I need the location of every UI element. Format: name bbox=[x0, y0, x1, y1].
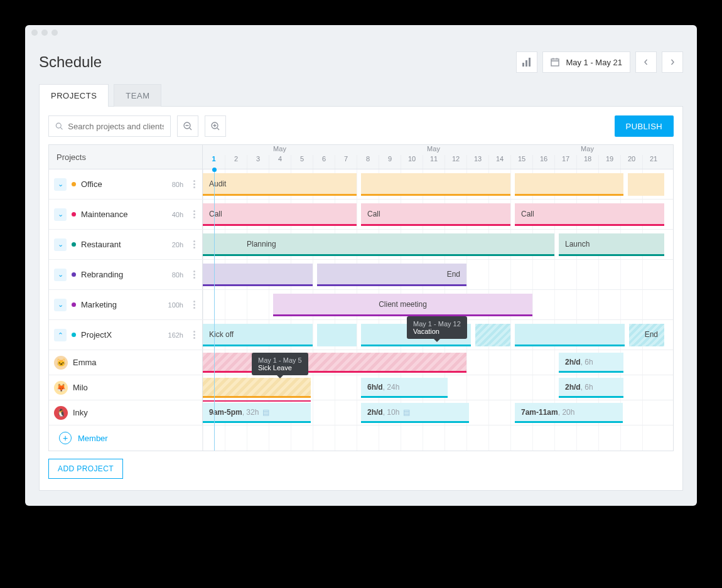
avatar: 🐱 bbox=[54, 356, 68, 370]
drag-handle[interactable] bbox=[191, 301, 197, 309]
day-header-cell: 19 bbox=[598, 155, 620, 169]
task-bar-call-2[interactable]: Call bbox=[361, 203, 510, 226]
day-header-cell: 4 bbox=[269, 155, 291, 169]
task-bar[interactable] bbox=[475, 324, 510, 346]
svg-rect-1 bbox=[525, 60, 527, 67]
project-name: Marketing bbox=[81, 300, 117, 309]
day-header-cell: 13 bbox=[466, 155, 488, 169]
publish-button[interactable]: PUBLISH bbox=[615, 115, 674, 137]
day-header-cell: 15 bbox=[510, 155, 532, 169]
drag-handle[interactable] bbox=[191, 331, 197, 339]
tooltip-vacation: May 1 - May 12 Vacation bbox=[407, 316, 467, 339]
project-name: Restaurant bbox=[81, 240, 121, 249]
task-bar-call-3[interactable]: Call bbox=[515, 203, 664, 226]
task-bar-planning[interactable]: Planning bbox=[203, 233, 554, 256]
task-bar-rebrand-end[interactable]: End bbox=[317, 264, 466, 286]
day-header-cell: 9 bbox=[379, 155, 401, 169]
zoom-in-icon bbox=[210, 121, 220, 131]
assignment-bar[interactable]: 2h/d, 10h▤ bbox=[361, 403, 469, 423]
member-name: Inky bbox=[73, 408, 88, 417]
day-header-cell: 6 bbox=[313, 155, 335, 169]
month-label: May bbox=[510, 145, 664, 155]
svg-line-15 bbox=[217, 128, 219, 130]
assignment-bar[interactable]: 2h/d, 6h bbox=[559, 353, 623, 373]
next-range-button[interactable] bbox=[662, 51, 683, 73]
date-range-picker[interactable]: May 1 - May 21 bbox=[542, 51, 630, 73]
collapse-toggle[interactable]: ⌄ bbox=[54, 329, 67, 341]
expand-toggle[interactable]: ⌄ bbox=[54, 208, 67, 221]
task-bar[interactable] bbox=[361, 173, 510, 196]
assignment-bar[interactable] bbox=[203, 353, 466, 373]
project-hours: 40h bbox=[172, 211, 183, 218]
tooltip-sick-leave: May 1 - May 5 Sick Leave bbox=[252, 353, 308, 375]
date-range-label: May 1 - May 21 bbox=[566, 58, 622, 67]
assignment-bar[interactable]: 6h/d, 24h bbox=[361, 378, 448, 398]
project-color-dot bbox=[72, 242, 76, 247]
task-bar[interactable] bbox=[515, 173, 623, 196]
svg-line-8 bbox=[60, 127, 62, 129]
traffic-light-close[interactable] bbox=[31, 29, 38, 36]
today-marker bbox=[214, 169, 215, 451]
member-name: Emma bbox=[73, 358, 97, 367]
chevron-right-icon bbox=[669, 59, 676, 65]
svg-line-11 bbox=[190, 128, 191, 130]
grid-cells bbox=[203, 425, 673, 451]
plus-icon: + bbox=[59, 432, 72, 444]
drag-handle[interactable] bbox=[191, 240, 197, 249]
task-bar-kickoff[interactable]: Kick off bbox=[203, 324, 313, 346]
calendar-icon bbox=[551, 58, 559, 67]
prev-range-button[interactable] bbox=[635, 51, 657, 73]
zoom-in-button[interactable] bbox=[205, 115, 226, 137]
assignment-bar[interactable]: 7am-11am, 20h bbox=[515, 403, 623, 423]
task-bar-rebrand[interactable] bbox=[203, 264, 313, 286]
task-bar-call-1[interactable]: Call bbox=[203, 203, 357, 226]
search-icon bbox=[55, 122, 63, 131]
day-header-cell: 10 bbox=[401, 155, 423, 169]
add-project-button[interactable]: ADD PROJECT bbox=[48, 459, 123, 479]
search-input[interactable] bbox=[68, 122, 164, 131]
assignment-bar[interactable] bbox=[203, 378, 311, 398]
project-hours: 100h bbox=[168, 301, 183, 309]
day-header-cell: 5 bbox=[291, 155, 313, 169]
add-member-button[interactable]: + Member bbox=[54, 425, 113, 451]
page-title: Schedule bbox=[39, 53, 102, 71]
expand-toggle[interactable]: ⌄ bbox=[54, 299, 67, 311]
day-header-cell: 17 bbox=[554, 155, 576, 169]
tab-projects[interactable]: PROJECTS bbox=[39, 84, 109, 107]
expand-toggle[interactable]: ⌄ bbox=[54, 238, 67, 251]
task-bar[interactable] bbox=[515, 324, 625, 346]
project-color-dot bbox=[72, 212, 76, 216]
day-header-cell: 8 bbox=[357, 155, 379, 169]
overlap-indicator bbox=[203, 400, 311, 402]
search-input-wrap[interactable] bbox=[48, 115, 171, 137]
drag-handle[interactable] bbox=[191, 270, 197, 279]
task-bar-launch[interactable]: Launch bbox=[559, 233, 664, 256]
expand-toggle[interactable]: ⌄ bbox=[54, 178, 67, 191]
project-name: Rebranding bbox=[81, 270, 123, 279]
expand-toggle[interactable]: ⌄ bbox=[54, 269, 67, 281]
task-bar-meeting[interactable]: Client meeting bbox=[273, 294, 532, 316]
traffic-light-max[interactable] bbox=[51, 29, 58, 36]
traffic-light-min[interactable] bbox=[41, 29, 48, 36]
chevron-left-icon bbox=[643, 59, 649, 65]
assignment-bar[interactable]: 9am-5pm, 32h▤ bbox=[203, 403, 311, 423]
project-hours: 20h bbox=[172, 241, 183, 249]
task-bar[interactable] bbox=[317, 324, 357, 346]
window-titlebar bbox=[25, 25, 697, 40]
task-bar-end[interactable]: End bbox=[629, 324, 664, 346]
chart-view-button[interactable] bbox=[516, 51, 537, 73]
drag-handle[interactable] bbox=[191, 180, 197, 188]
drag-handle[interactable] bbox=[191, 210, 197, 218]
task-bar-audit[interactable]: Audit bbox=[203, 173, 357, 196]
task-bar[interactable] bbox=[628, 173, 664, 196]
project-name: Maintenance bbox=[81, 210, 127, 219]
month-label: May bbox=[203, 145, 357, 155]
day-header-cell: 14 bbox=[488, 155, 510, 169]
zoom-out-button[interactable] bbox=[177, 115, 198, 137]
assignment-bar[interactable]: 2h/d, 6h bbox=[559, 378, 623, 398]
tab-team[interactable]: TEAM bbox=[114, 84, 161, 107]
project-hours: 80h bbox=[172, 181, 183, 188]
project-name: ProjectX bbox=[81, 330, 112, 339]
svg-point-7 bbox=[56, 123, 61, 128]
project-hours: 162h bbox=[168, 331, 183, 339]
